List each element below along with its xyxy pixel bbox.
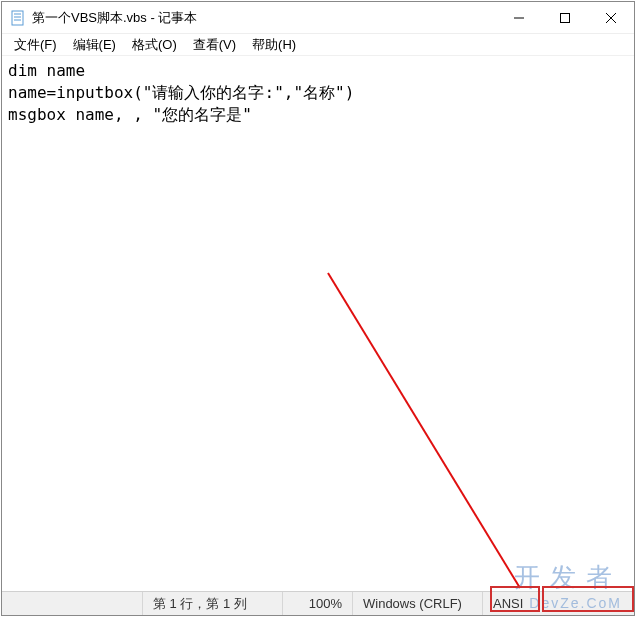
window-controls [496, 2, 634, 33]
menu-file[interactable]: 文件(F) [6, 34, 65, 56]
status-zoom: 100% [282, 592, 352, 615]
status-position: 第 1 行，第 1 列 [142, 592, 282, 615]
notepad-window: 第一个VBS脚本.vbs - 记事本 文件(F) 编辑(E) 格式(O) 查看(… [1, 1, 635, 616]
minimize-button[interactable] [496, 2, 542, 33]
window-title: 第一个VBS脚本.vbs - 记事本 [32, 9, 197, 27]
menu-help[interactable]: 帮助(H) [244, 34, 304, 56]
status-spacer [2, 592, 142, 615]
text-editor[interactable]: dim name name=inputbox("请输入你的名字:","名称") … [2, 56, 634, 591]
menu-format[interactable]: 格式(O) [124, 34, 185, 56]
notepad-icon [10, 10, 26, 26]
status-eol: Windows (CRLF) [352, 592, 482, 615]
menubar: 文件(F) 编辑(E) 格式(O) 查看(V) 帮助(H) [2, 34, 634, 56]
statusbar: 第 1 行，第 1 列 100% Windows (CRLF) ANSI [2, 591, 634, 615]
svg-rect-5 [561, 13, 570, 22]
maximize-button[interactable] [542, 2, 588, 33]
status-encoding: ANSI [482, 592, 552, 615]
svg-rect-0 [12, 11, 23, 25]
titlebar[interactable]: 第一个VBS脚本.vbs - 记事本 [2, 2, 634, 34]
menu-edit[interactable]: 编辑(E) [65, 34, 124, 56]
menu-view[interactable]: 查看(V) [185, 34, 244, 56]
close-button[interactable] [588, 2, 634, 33]
